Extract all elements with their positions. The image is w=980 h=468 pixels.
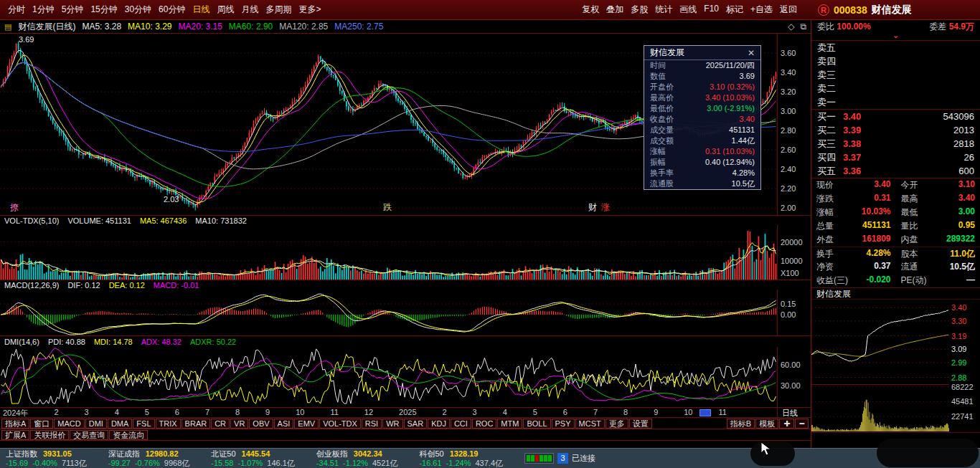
volume-unit-label: X100 [781, 269, 799, 277]
index-quote[interactable]: 深证成指12980.82-99.27-0.76%9968亿 [108, 449, 190, 468]
bid-row[interactable]: 买五3.36600 [811, 164, 980, 178]
tool-item-8[interactable]: 返回 [776, 1, 801, 18]
connection-count: 3 [557, 453, 568, 464]
indicator-tab-CCI[interactable]: CCI [451, 419, 471, 429]
index-quote[interactable]: 创业板指3042.34-34.51-1.12%4521亿 [316, 449, 398, 468]
period-item-6[interactable]: 日线 [189, 1, 213, 18]
tool-item-4[interactable]: 画线 [676, 1, 700, 18]
ask-row[interactable]: 卖二 [811, 82, 980, 95]
period-item-9[interactable]: 多周期 [262, 1, 295, 18]
indicator-tab-MCST[interactable]: MCST [575, 419, 605, 429]
indicator-tab-OBV[interactable]: OBV [249, 419, 273, 429]
indicator-tab-BOLL[interactable]: BOLL [523, 419, 550, 429]
indicator-tab-ASI[interactable]: ASI [274, 419, 294, 429]
bid-row[interactable]: 买二3.392013 [811, 123, 980, 137]
period-item-4[interactable]: 30分钟 [121, 1, 155, 18]
indicator-tab-MACD[interactable]: MACD [54, 419, 84, 429]
indicator-tab-SAR[interactable]: SAR [404, 419, 428, 429]
stat-cell: 最高3.40 [896, 193, 980, 205]
indicator-tab-FSL[interactable]: FSL [133, 419, 154, 429]
indicator-tab-VR[interactable]: VR [230, 419, 248, 429]
tool-item-3[interactable]: 统计 [651, 1, 676, 18]
window-icon[interactable]: ⧉ [800, 22, 806, 32]
stat-label: 股本 [901, 248, 918, 260]
bid-row[interactable]: 买一3.40543096 [811, 110, 980, 123]
indicator-tab-DMA[interactable]: DMA [108, 419, 132, 429]
tool-item-7[interactable]: +自选 [747, 1, 776, 18]
stat-label: 流通 [901, 261, 918, 273]
close-icon[interactable]: ✕ [748, 48, 755, 58]
indicator-tab-指标B[interactable]: 指标B [727, 419, 755, 429]
ask-row[interactable]: 卖三 [811, 68, 980, 82]
indicator-tab-CR[interactable]: CR [211, 419, 230, 429]
ask-row[interactable]: 卖四 [811, 54, 980, 68]
zoom-in-button[interactable]: ✚ [779, 419, 794, 429]
indicator-value: MACD(12,26,9) [4, 281, 59, 290]
indicator-tab-KDJ[interactable]: KDJ [428, 419, 450, 429]
period-item-1[interactable]: 1分钟 [29, 1, 58, 18]
tool-item-1[interactable]: 叠加 [603, 1, 627, 18]
index-quote[interactable]: 科创501328.19-16.61-1.24%437.4亿 [419, 449, 503, 468]
tool-item-6[interactable]: 标记 [722, 1, 747, 18]
indicator-tab-窗口[interactable]: 窗口 [30, 419, 53, 429]
indicator-tab-EMV[interactable]: EMV [294, 419, 319, 429]
time-tick: 2 [442, 408, 446, 417]
indicator-tab-BRAR[interactable]: BRAR [182, 419, 211, 429]
period-item-7[interactable]: 周线 [213, 1, 237, 18]
stat-label: PE(动) [901, 274, 927, 287]
indicator-tab-MTM[interactable]: MTM [497, 419, 522, 429]
period-item-8[interactable]: 月线 [237, 1, 262, 18]
volume-plot[interactable] [0, 225, 778, 280]
indicator-tab-TRIX[interactable]: TRIX [156, 419, 181, 429]
macd-plot[interactable] [0, 290, 778, 335]
bottom-tab-资金流向[interactable]: 资金流向 [109, 430, 148, 440]
bid-row[interactable]: 买四3.3726 [811, 151, 980, 164]
network-block [544, 455, 547, 462]
period-item-10[interactable]: 更多> [295, 1, 324, 18]
index-quote[interactable]: 北证501445.54-15.58-1.07%146.1亿 [211, 449, 295, 468]
bottom-tab-扩展A[interactable]: 扩展A [1, 430, 29, 440]
indicator-tab-设置[interactable]: 设置 [629, 419, 652, 429]
indicator-tab-VOL-TDX[interactable]: VOL-TDX [319, 419, 361, 429]
connection-indicator[interactable]: 3 已连接 [524, 453, 595, 464]
chart-type-icon[interactable]: ▤ [4, 22, 11, 32]
dmi-plot[interactable] [0, 347, 778, 407]
ask-row[interactable]: 卖一 [811, 95, 980, 109]
tool-item-2[interactable]: 多股 [627, 1, 651, 18]
weicha-value: 54.9万 [949, 22, 974, 32]
popup-row-value: 3.69 [740, 71, 755, 82]
stats-row: 收益(三)-0.020PE(动)— [811, 274, 980, 287]
indicator-tab-ROC[interactable]: ROC [472, 419, 496, 429]
mini-chart-title: 财信发展 [811, 287, 980, 299]
tool-item-0[interactable]: 复权 [578, 1, 603, 18]
indicator-tab-RSI[interactable]: RSI [362, 419, 382, 429]
bottom-tab-关联报价[interactable]: 关联报价 [30, 430, 69, 440]
intraday-plot[interactable] [811, 299, 949, 432]
stats-row: 外盘161809内盘289322 [811, 233, 980, 247]
diamond-icon[interactable]: ◇ [788, 22, 794, 32]
bottom-tab-交易查询[interactable]: 交易查询 [70, 430, 108, 440]
period-item-2[interactable]: 5分钟 [58, 1, 88, 18]
indicator-tab-更多[interactable]: 更多 [606, 419, 628, 429]
indicator-tab-WR[interactable]: WR [382, 419, 402, 429]
ask-row[interactable]: 卖五 [811, 41, 980, 54]
time-tick: 2 [54, 408, 58, 417]
indicator-tab-PSY[interactable]: PSY [552, 419, 575, 429]
period-item-3[interactable]: 15分钟 [87, 1, 121, 18]
main-chart-plot[interactable]: 3.69 2.03 撩跌财涨 财信发展 ✕ 时间2025/11/20/四数值3.… [0, 34, 778, 215]
period-item-5[interactable]: 60分钟 [155, 1, 189, 18]
period-item-0[interactable]: 分时 [4, 1, 29, 18]
popup-row: 涨幅0.31 (10.03%) [644, 146, 760, 157]
scrollbar-thumb[interactable] [699, 409, 711, 416]
time-axis-row: 2024年234567891011122025234567891011 日线 [0, 407, 811, 417]
ma-value: MA120: 2.85 [279, 22, 328, 32]
indicator-tabs-right: 指标B模板 [727, 419, 778, 429]
indicator-tab-指标A[interactable]: 指标A [1, 419, 29, 429]
indicator-tab-DMI[interactable]: DMI [85, 419, 107, 429]
time-tick: 9 [654, 408, 658, 417]
bid-row[interactable]: 买三3.382818 [811, 137, 980, 151]
zoom-out-button[interactable]: ━ [795, 419, 809, 429]
index-quote[interactable]: 上证指数3931.05-15.69-0.40%7113亿 [6, 449, 87, 468]
tool-item-5[interactable]: F10 [700, 1, 722, 18]
indicator-tab-模板[interactable]: 模板 [755, 419, 778, 429]
